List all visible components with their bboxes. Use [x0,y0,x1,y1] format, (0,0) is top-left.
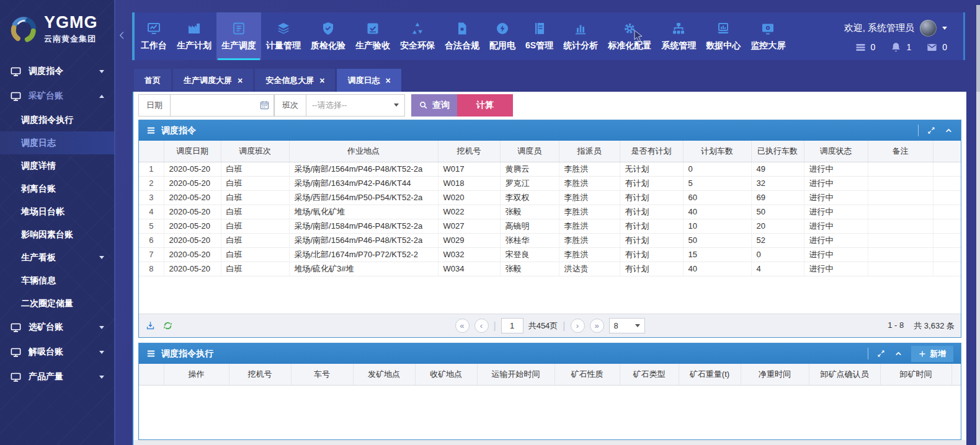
tab-安全信息大屏[interactable]: 安全信息大屏× [255,69,335,92]
sidebar-group-采矿台账[interactable]: 采矿台账 [0,84,114,108]
column-header[interactable] [139,364,164,385]
topnav-item-统计分析[interactable]: 统计分析 [558,12,603,60]
column-header[interactable]: 矿石类型 [620,364,679,385]
topnav-item-工作台[interactable]: 工作台 [136,12,172,60]
table-row[interactable]: 52020-05-20白班采场/南部/1584m/P46-P48/KT52-2a… [139,219,961,233]
expand-icon[interactable] [927,126,936,135]
query-button[interactable]: 查询 [411,94,457,117]
column-header[interactable]: 已执行车数 [751,141,804,162]
column-header[interactable]: 挖机号 [438,141,500,162]
sidebar-item-二次圈定储量[interactable]: 二次圈定储量 [0,292,114,315]
tab-生产调度大屏[interactable]: 生产调度大屏× [173,69,253,92]
close-tab-icon[interactable]: × [385,76,390,85]
page-size-select[interactable]: 8 [609,318,645,333]
calc-button[interactable]: 计算 [457,94,513,117]
sidebar-collapse-icon[interactable] [117,26,127,45]
sidebar-item-调度详情[interactable]: 调度详情 [0,154,114,177]
sidebar-item-生产看板[interactable]: 生产看板 [0,246,114,269]
badge-mail-icon[interactable]: 0 [926,42,947,53]
sidebar-group-解吸台账[interactable]: 解吸台账 [0,340,114,364]
table-row[interactable]: 22020-05-20白班采场/南部/1634m/P42-P46/KT44W01… [139,176,961,190]
sidebar-item-堆场日台帐[interactable]: 堆场日台帐 [0,200,114,223]
shift-select[interactable]: --请选择-- [306,94,405,117]
topnav-item-6S管理[interactable]: 6S管理 [520,12,558,60]
tab-调度日志[interactable]: 调度日志× [337,69,401,92]
date-input[interactable] [176,100,259,110]
badge-tasks-icon[interactable]: 0 [855,42,876,53]
topnav-item-生产验收[interactable]: 生产验收 [350,12,395,60]
close-tab-icon[interactable]: × [238,76,243,85]
page-input[interactable] [501,318,523,333]
scrollbar-thumb[interactable] [976,5,980,92]
column-header[interactable]: 操作 [164,364,229,385]
table-row[interactable]: 62020-05-20白班采场/南部/1564m/P46-P48/KT52-2a… [139,233,961,247]
column-header[interactable]: 备注 [868,141,933,162]
column-header[interactable]: 收矿地点 [415,364,477,385]
column-header[interactable]: 卸矿时间 [880,364,951,385]
last-page-button[interactable]: » [590,319,604,333]
vertical-scrollbar[interactable] [976,5,980,445]
badge-bell-icon[interactable]: 1 [890,42,911,53]
table-row[interactable]: 72020-05-20白班采场/北部/1674m/P70-P72/KT52-2W… [139,247,961,262]
sidebar-item-影响因素台账[interactable]: 影响因素台账 [0,223,114,246]
download-icon[interactable] [145,320,156,331]
avatar[interactable] [920,20,937,37]
column-header[interactable] [139,141,164,162]
prev-page-button[interactable]: ‹ [474,319,488,333]
horizontal-scrollbar[interactable] [133,440,966,445]
table-cell [868,162,933,176]
sidebar-item-调度日志[interactable]: 调度日志 [0,131,114,154]
column-header[interactable]: 发矿地点 [353,364,415,385]
column-header[interactable]: 矿石性质 [555,364,620,385]
column-header[interactable]: 作业地点 [289,141,438,162]
topnav-item-系统管理[interactable]: 系统管理 [656,12,701,60]
brand-logo[interactable]: YGMG 云南黄金集团 [0,0,114,59]
column-header[interactable]: 挖机号 [229,364,291,385]
column-header[interactable]: 调度员 [500,141,559,162]
topnav-item-安全环保[interactable]: 安全环保 [395,12,440,60]
table-row[interactable]: 42020-05-20白班堆场/氧化矿堆W022张毅李胜洪有计划4050进行中 [139,205,961,219]
first-page-button[interactable]: « [455,319,469,333]
column-header[interactable]: 计划车数 [683,141,751,162]
column-header[interactable]: 是否有计划 [620,141,683,162]
tab-首页[interactable]: 首页 [134,69,171,92]
table-row[interactable]: 82020-05-20白班堆场/硫化矿3#堆W034张毅洪达贵有计划404进行中 [139,262,961,276]
sidebar-item-label: 调度日志 [21,138,56,149]
topnav-item-质检化验[interactable]: 质检化验 [306,12,350,60]
column-header[interactable]: 调度日期 [164,141,221,162]
collapse-panel-icon[interactable] [944,126,953,135]
sidebar-item-车辆信息[interactable]: 车辆信息 [0,269,114,292]
close-tab-icon[interactable]: × [319,76,324,85]
topnav-item-数据中心[interactable]: 数据中心 [701,12,746,60]
column-header[interactable]: 调度状态 [804,141,868,162]
sidebar-group-调度指令[interactable]: 调度指令 [0,59,114,84]
topnav-item-生产调度[interactable]: 生产调度 [216,12,261,60]
column-header[interactable]: 指派员 [559,141,620,162]
column-header[interactable]: 调度班次 [221,141,289,162]
column-header[interactable]: 卸矿点确认员 [809,364,880,385]
date-field[interactable] [170,94,274,117]
topnav-item-监控大屏[interactable]: 监控大屏 [746,12,790,60]
sidebar-group-选矿台账[interactable]: 选矿台账 [0,315,114,340]
collapse-panel-icon[interactable] [894,349,903,358]
topnav-item-生产计划[interactable]: 生产计划 [172,12,216,60]
topnav-item-标准化配置[interactable]: 标准化配置 [603,12,656,60]
expand-icon[interactable] [876,349,886,358]
topnav-item-配用电[interactable]: 配用电 [484,12,520,60]
column-header[interactable]: 净重时间 [741,364,809,385]
next-page-button[interactable]: › [571,319,585,333]
add-button[interactable]: 新增 [911,346,953,362]
user-caret-icon[interactable] [942,27,947,30]
sidebar-item-调度指令执行[interactable]: 调度指令执行 [0,108,114,131]
sidebar-group-产品产量[interactable]: 产品产量 [0,364,114,389]
sidebar-item-剥离台账[interactable]: 剥离台账 [0,177,114,200]
column-header[interactable]: 运输开始时间 [477,364,555,385]
table-row[interactable]: 32020-05-20白班采场/西部/1564m/P50-P54/KT52-2a… [139,190,961,205]
column-header[interactable]: 车号 [291,364,353,385]
topnav-item-合法合规[interactable]: 合法合规 [440,12,484,60]
table-row[interactable]: 12020-05-20白班采场/南部/1564m/P46-P48/KT52-2a… [139,162,961,176]
column-header[interactable]: 矿石重量(t) [679,364,741,385]
refresh-icon[interactable] [163,320,173,331]
calendar-icon[interactable] [259,100,270,110]
topnav-item-计量管理[interactable]: 计量管理 [261,12,306,60]
